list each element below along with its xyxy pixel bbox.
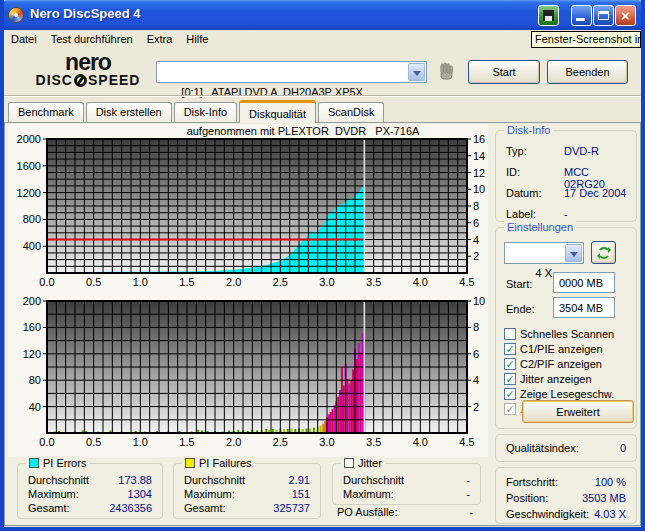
y-right-tick: 6 [473,348,479,360]
checkbox-label: C2/PIF anzeigen [520,358,602,370]
progress-box: Fortschritt:100 %Position:3503 MBGeschwi… [495,467,637,524]
close-button[interactable]: × [615,5,636,26]
quality-index-value: 0 [620,442,626,454]
tab-benchmark[interactable]: Benchmark [8,102,84,122]
titlebar: Nero DiscSpeed 4 × [0,0,645,30]
stat-row: Maximum:151 [184,488,310,502]
checkbox-icon[interactable]: ✓ [504,388,516,400]
pi-failures-bar [337,397,339,433]
legend-swatch [344,458,354,468]
y-left-tick: 160 [23,321,41,333]
checkbox-zeige-lesegeschw-[interactable]: ✓Zeige Lesegeschw. [504,387,614,401]
start-input[interactable] [553,272,615,293]
y-left-tick: 2000 [17,133,41,145]
chevron-down-icon[interactable] [408,63,425,81]
checkbox-icon[interactable]: ✓ [504,358,516,370]
pi-failures-bar [360,353,362,434]
y-left-tick: 40 [29,401,41,413]
drive-select[interactable]: [0:1] ATAPI DVD A DH20A3P XP5X [156,61,427,83]
tab-disk-erstellen[interactable]: Disk erstellen [86,102,172,122]
checkbox-icon[interactable] [504,328,516,340]
y-left-tick: 400 [23,240,41,252]
logo-disc: DISC [36,72,73,88]
pi-failures-bar [328,415,330,434]
speed-select[interactable]: 4 X [504,242,584,264]
pi-failures-bar [343,386,345,434]
x-tick: 2.5 [273,436,288,448]
y-left-tick: 800 [23,213,41,225]
po-failures-value: - [469,506,473,518]
x-tick: 0.0 [39,436,54,448]
chevron-down-icon[interactable] [565,244,582,262]
menu-hilfe[interactable]: Hilfe [179,30,215,47]
menu-test-durchf-hren[interactable]: Test durchführen [44,30,140,47]
x-tick: 1.0 [133,276,148,288]
y-left-tick: 1600 [17,160,41,172]
start-button[interactable]: Start [468,60,540,84]
window-title: Nero DiscSpeed 4 [30,6,141,21]
stat-row: Durchschnitt2.91 [184,474,310,488]
chart-svg: 2000160012008004001614121086420.00.51.01… [13,125,485,291]
menu-datei[interactable]: Datei [4,30,44,47]
tab-scandisk[interactable]: ScanDisk [318,102,384,122]
stat-title-text: Jitter [358,456,382,470]
x-tick: 3.0 [319,276,334,288]
pi-failures-bar [334,405,336,433]
header-divider [4,95,641,97]
tab-strip: BenchmarkDisk erstellenDisk-InfoDiskqual… [8,100,645,122]
checkbox-jitter-anzeigen[interactable]: ✓Jitter anzeigen [504,372,592,386]
stat-row: Durchschnitt- [343,474,470,488]
y-right-tick: 8 [473,200,479,212]
quality-index-row: Qualitätsindex: 0 [506,442,626,456]
checkbox-icon[interactable]: ✓ [504,373,516,385]
tab-disk-info[interactable]: Disk-Info [174,102,237,122]
quit-button[interactable]: Beenden [547,60,628,84]
stat-title-jitter: Jitter [341,456,385,470]
minimize-button[interactable] [571,5,592,26]
checkbox-label: C1/PIE anzeigen [520,343,603,355]
progress-row: Geschwindigkeit:4.03 X [506,508,626,522]
y-left-tick: 120 [23,348,41,360]
x-tick: 4.5 [459,436,474,448]
disk-info-row: Typ:DVD-R [506,145,628,159]
x-tick: 1.0 [133,436,148,448]
nero-discspeed-logo: nero DISCSPEED [18,52,158,88]
screenshot-button[interactable] [538,5,559,26]
stat-row: Gesamt:325737 [184,502,310,516]
x-tick: 4.5 [459,276,474,288]
y-right-tick: 8 [473,321,479,333]
checkbox-c1-pie-anzeigen[interactable]: ✓C1/PIE anzeigen [504,342,603,356]
pi-failures-bar [341,367,343,433]
screenshot-tooltip: Fenster-Screenshot in [531,31,641,48]
settings-group: Einstellungen 4 X Start: Ende: Schnelles… [495,227,637,429]
tab-diskqualität[interactable]: Diskqualität [239,100,316,123]
disk-info-row: Datum:17 Dec 2004 [506,187,628,201]
menu-extra[interactable]: Extra [140,30,180,47]
checkbox-c2-pif-anzeigen[interactable]: ✓C2/PIF anzeigen [504,357,602,371]
y-left-tick: 200 [23,295,41,307]
checkbox-schnelles-scannen[interactable]: Schnelles Scannen [504,327,614,341]
refresh-button[interactable] [591,241,616,264]
advanced-button[interactable]: Erweitert [522,400,634,423]
stat-title-text: PI Failures [199,456,252,470]
x-tick: 0.5 [86,276,101,288]
x-tick: 4.0 [413,276,428,288]
x-tick: 0.0 [39,276,54,288]
end-input[interactable] [553,297,615,318]
y-right-tick: 4 [473,374,479,386]
maximize-button[interactable] [593,5,614,26]
floppy-icon [543,10,554,21]
x-tick: 3.5 [366,436,381,448]
legend-swatch [185,458,195,468]
end-label: Ende: [506,303,535,315]
checkbox-icon[interactable]: ✓ [504,343,516,355]
settings-title: Einstellungen [504,220,576,234]
chart-annotation: aufgenommen mit PLEXTOR DVDR PX-716A [187,125,420,137]
stat-row: Maximum:- [343,488,470,502]
stop-button [433,59,459,84]
stat-box-jitter: JitterDurchschnitt-Maximum:- [332,463,481,505]
pi-failures-bar [352,370,354,433]
pi-errors-chart: 2000160012008004001614121086420.00.51.01… [13,125,485,295]
y-left-tick: 80 [29,374,41,386]
x-tick: 0.5 [86,436,101,448]
